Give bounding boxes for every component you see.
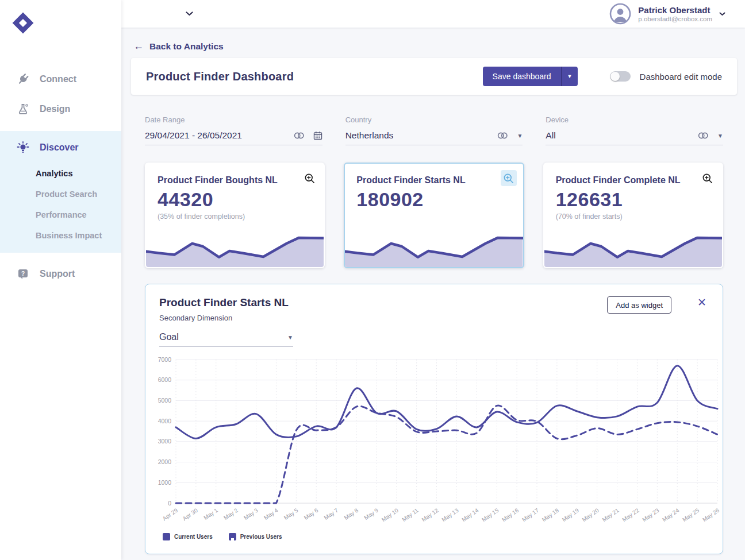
svg-text:May 22: May 22 (621, 507, 640, 523)
card-title: Product Finder Complete NL (544, 164, 722, 186)
device-filter: Device All ▼ (546, 115, 723, 145)
svg-text:Apr 29: Apr 29 (162, 507, 179, 522)
country-value: Netherlands (345, 130, 498, 141)
sidebar-item-design[interactable]: Design (0, 94, 121, 124)
edit-mode-label: Dashboard edit mode (640, 72, 722, 82)
caret-down-icon: ▼ (517, 133, 523, 139)
filter-label: Device (546, 115, 723, 124)
caret-down-icon: ▼ (717, 133, 723, 139)
close-icon[interactable]: ✕ (697, 296, 706, 309)
workspace-dropdown[interactable] (186, 11, 193, 16)
svg-text:May 6: May 6 (303, 507, 320, 521)
sidebar-item-product-search[interactable]: Product Search (0, 184, 121, 204)
chart-legend: Current Users Previous Users (163, 533, 282, 540)
sidebar-item-business-impact[interactable]: Business Impact (0, 225, 121, 246)
legend-item-current-users[interactable]: Current Users (163, 533, 213, 540)
link-icon (497, 132, 508, 139)
arrow-left-icon: ← (133, 40, 144, 52)
date-range-input[interactable]: 29/04/2021 - 26/05/2021 (145, 130, 322, 145)
card-subtitle: (35% of finder completions) (146, 211, 324, 221)
line-chart: 01000200030004000500060007000Apr 29Apr 3… (153, 356, 728, 533)
svg-text:May 1: May 1 (202, 507, 219, 521)
dashboard-edit-mode-toggle[interactable] (610, 71, 631, 82)
toggle-knob (610, 72, 620, 81)
svg-text:May 2: May 2 (222, 507, 239, 521)
svg-text:?: ? (21, 271, 25, 277)
zoom-in-icon[interactable] (301, 170, 317, 186)
sidebar-item-discover[interactable]: Discover (0, 132, 121, 163)
dashboard-header: Product Finder Dashboard Save dashboard … (131, 58, 737, 95)
svg-text:May 21: May 21 (601, 507, 621, 523)
svg-text:May 17: May 17 (521, 507, 540, 523)
sparkline-chart (146, 226, 324, 267)
save-dashboard-split-button: Save dashboard ▼ (483, 67, 578, 86)
svg-text:1000: 1000 (158, 479, 172, 486)
link-icon (294, 132, 305, 139)
sidebar-item-performance[interactable]: Performance (0, 204, 121, 225)
chevron-down-icon (186, 11, 193, 16)
secondary-dimension-select[interactable]: Goal ▼ (159, 332, 293, 347)
svg-text:May 16: May 16 (501, 507, 520, 523)
back-to-analytics-link[interactable]: ← Back to Analytics (133, 40, 737, 52)
svg-text:May 26: May 26 (701, 507, 721, 523)
card-subtitle: (70% of finder starts) (544, 211, 722, 221)
zoom-in-icon[interactable] (501, 170, 517, 186)
legend-item-previous-users[interactable]: Previous Users (229, 533, 282, 540)
svg-text:May 5: May 5 (283, 507, 299, 521)
svg-text:May 25: May 25 (681, 507, 701, 523)
add-as-widget-button[interactable]: Add as widget (607, 296, 671, 314)
svg-text:5000: 5000 (158, 397, 172, 404)
dimension-value: Goal (159, 332, 287, 342)
svg-text:May 23: May 23 (641, 507, 660, 523)
svg-text:May 12: May 12 (421, 507, 440, 523)
stat-card-complete[interactable]: Product Finder Complete NL 126631 (70% o… (543, 163, 723, 268)
sidebar-item-label: Support (40, 269, 75, 279)
zoom-in-icon[interactable] (700, 170, 716, 186)
user-email: p.oberstadt@crobox.com (638, 16, 712, 22)
device-value: All (546, 130, 698, 141)
legend-swatch-solid (163, 533, 170, 540)
filter-label: Date Range (145, 115, 322, 124)
sidebar-item-analytics[interactable]: Analytics (0, 163, 121, 184)
user-name: Patrick Oberstadt (638, 5, 712, 15)
svg-text:May 8: May 8 (343, 507, 360, 521)
plug-icon (16, 73, 30, 86)
sparkline-chart (345, 226, 523, 267)
save-dashboard-caret[interactable]: ▼ (561, 67, 578, 86)
svg-text:May 11: May 11 (401, 507, 420, 523)
svg-text:7000: 7000 (158, 356, 172, 363)
svg-text:May 18: May 18 (541, 507, 560, 523)
svg-text:May 13: May 13 (440, 507, 460, 523)
sidebar-item-label: Design (40, 104, 70, 114)
country-select[interactable]: Netherlands ▼ (345, 130, 523, 145)
svg-text:May 9: May 9 (363, 507, 379, 521)
svg-text:May 14: May 14 (460, 507, 480, 523)
sidebar-item-label: Connect (40, 74, 76, 84)
svg-text:6000: 6000 (158, 376, 172, 383)
save-dashboard-button[interactable]: Save dashboard (483, 67, 561, 86)
svg-text:May 24: May 24 (661, 507, 681, 523)
sidebar-item-support[interactable]: ? Support (0, 260, 121, 288)
sparkline-chart (544, 226, 722, 267)
svg-text:May 19: May 19 (561, 507, 581, 523)
stat-card-starts[interactable]: Product Finder Starts NL 180902 (344, 163, 524, 268)
card-value: 44320 (146, 186, 324, 211)
main-content: ← Back to Analytics Product Finder Dashb… (131, 28, 737, 554)
calendar-icon[interactable] (313, 131, 322, 140)
legend-swatch-dashed (229, 533, 236, 540)
date-range-value: 29/04/2021 - 26/05/2021 (145, 130, 294, 141)
sidebar-discover-group: Discover Analytics Product Search Perfor… (0, 131, 121, 253)
stat-cards-row: Product Finder Boughts NL 44320 (35% of … (145, 163, 723, 268)
svg-text:2000: 2000 (158, 458, 172, 465)
crobox-logo[interactable] (10, 10, 121, 38)
stat-card-boughts[interactable]: Product Finder Boughts NL 44320 (35% of … (145, 163, 325, 268)
svg-text:3000: 3000 (158, 438, 172, 445)
user-menu[interactable]: Patrick Oberstadt p.oberstadt@crobox.com (609, 3, 745, 25)
sidebar-item-connect[interactable]: Connect (0, 64, 121, 94)
svg-text:May 20: May 20 (581, 507, 601, 523)
topbar: Patrick Oberstadt p.oberstadt@crobox.com (121, 0, 745, 28)
card-title: Product Finder Boughts NL (146, 164, 324, 186)
device-select[interactable]: All ▼ (546, 130, 723, 145)
sidebar-item-label: Discover (40, 142, 79, 153)
chevron-down-icon (719, 12, 725, 16)
